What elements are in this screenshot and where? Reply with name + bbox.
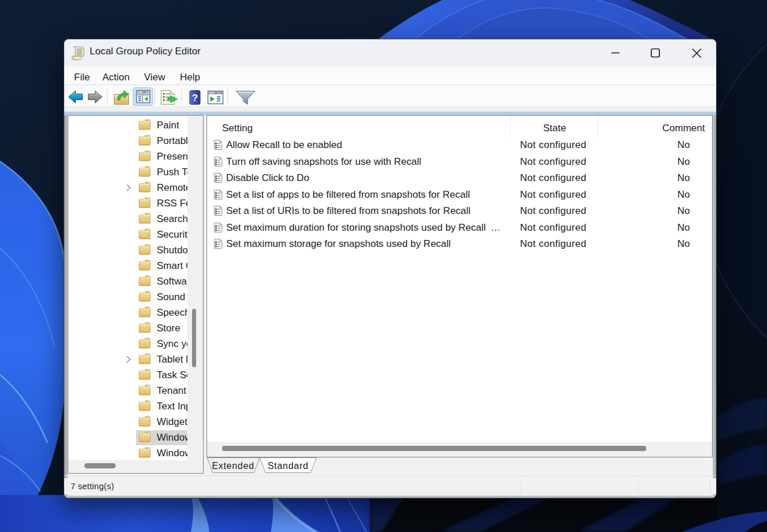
svg-text:?: ?: [192, 93, 198, 104]
svg-text:Standard: Standard: [268, 461, 309, 471]
svg-text:Extended: Extended: [212, 461, 254, 471]
